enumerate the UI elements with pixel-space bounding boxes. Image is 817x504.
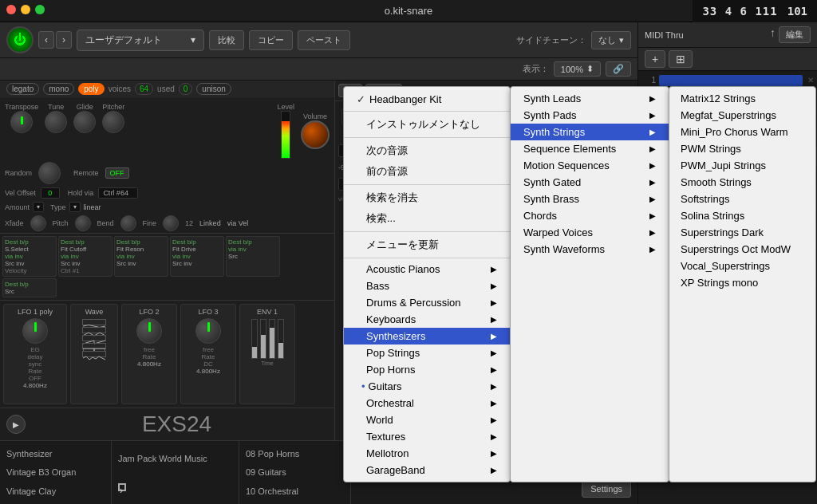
power-button[interactable]: ⏻ <box>6 26 34 53</box>
tune-knob[interactable] <box>45 111 67 133</box>
patch-pwm-strings[interactable]: PWM Strings <box>669 140 815 157</box>
lfo1-rate-knob[interactable] <box>22 318 48 344</box>
wave-triangle[interactable] <box>82 327 106 333</box>
minimize-btn[interactable] <box>21 5 30 14</box>
menu-item-synthesizers[interactable]: Synthesizers ▶ <box>344 328 510 345</box>
window-controls[interactable] <box>6 5 45 14</box>
release-slider[interactable] <box>278 319 284 359</box>
patch-matrix12[interactable]: Matrix12 Strings <box>669 90 815 107</box>
world-music-item[interactable]: Jam Pack World Music <box>118 454 207 463</box>
paste-button[interactable]: ペースト <box>298 30 350 50</box>
menu-item-mellotron[interactable]: Mellotron ▶ <box>344 445 510 462</box>
menu-item-drums[interactable]: Drums & Percussion ▶ <box>344 294 510 311</box>
edit-tracks-button[interactable]: 編集 <box>779 26 811 43</box>
wave-sine[interactable] <box>82 319 106 325</box>
mono-mode[interactable]: mono <box>43 83 74 95</box>
patch-smooth-strings[interactable]: Smooth Strings <box>669 174 815 191</box>
add-track-button[interactable]: + <box>645 50 665 68</box>
maximize-btn[interactable] <box>35 5 45 14</box>
sub1-sequence-elements[interactable]: Sequence Elements ▶ <box>511 140 669 157</box>
sub1-synth-brass[interactable]: Synth Brass ▶ <box>511 191 669 207</box>
lfo3-rate-knob[interactable] <box>195 318 221 344</box>
patch-megfat[interactable]: Megfat_Superstrings <box>669 107 815 124</box>
pitch-knob[interactable] <box>75 215 91 231</box>
patch-solina[interactable]: Solina Strings <box>669 207 815 224</box>
attack-slider[interactable] <box>251 319 258 359</box>
col2-arrow[interactable]: › <box>118 483 126 491</box>
nav-prev-button[interactable]: ‹ <box>38 31 54 49</box>
menu-item-refresh[interactable]: メニューを更新 <box>344 234 510 255</box>
random-knob[interactable] <box>38 162 61 184</box>
voices-count[interactable]: 64 <box>135 83 153 95</box>
sustain-slider[interactable] <box>269 319 275 359</box>
vel-offset-val[interactable]: 0 <box>41 187 60 199</box>
menu-item-no-inst[interactable]: インストゥルメントなし <box>344 114 510 135</box>
copy-button[interactable]: コピー <box>249 30 293 50</box>
guitars-item[interactable]: 09 Guitars <box>246 467 344 477</box>
menu-item-search[interactable]: 検索... <box>344 208 510 229</box>
menu-item-prev[interactable]: 前の音源 <box>344 161 510 182</box>
synth-item[interactable]: Synthesizer <box>6 449 105 459</box>
sub1-synth-strings[interactable]: Synth Strings ▶ <box>511 124 669 140</box>
glide-knob[interactable] <box>73 111 96 133</box>
menu-item-bass[interactable]: Bass ▶ <box>344 278 510 294</box>
wave-saw[interactable] <box>82 335 106 341</box>
legato-mode[interactable]: legato <box>6 83 39 95</box>
menu-item-next[interactable]: 次の音源 <box>344 140 510 161</box>
track-arrow-up[interactable]: ↑ <box>770 26 776 43</box>
remote-toggle[interactable]: OFF <box>105 167 129 179</box>
b3-item[interactable]: Vintage B3 Organ <box>6 467 105 477</box>
patch-xp-strings[interactable]: XP Strings mono <box>669 274 815 291</box>
transpose-knob[interactable] <box>10 111 33 133</box>
decay-slider[interactable] <box>260 319 266 359</box>
add2-track-button[interactable]: ⊞ <box>669 50 693 68</box>
sidechain-selector[interactable]: なし ▾ <box>591 31 631 49</box>
hold-via-val[interactable]: Ctrl #64 <box>98 187 138 199</box>
sub1-synth-waveforms[interactable]: Synth Waveforms ▶ <box>511 241 669 258</box>
preset-selector[interactable]: ユーザデフォルト ▾ <box>77 30 204 51</box>
play-button[interactable]: ▶ <box>6 415 26 434</box>
patch-superstrings-dark[interactable]: Superstrings Dark <box>669 224 815 241</box>
pitcher-knob[interactable] <box>102 111 124 133</box>
track-x-1[interactable]: ✕ <box>807 76 814 85</box>
settings-button[interactable]: Settings <box>582 480 631 498</box>
display-selector[interactable]: 100% ⬍ <box>554 61 601 77</box>
menu-item-clear-search[interactable]: 検索を消去 <box>344 187 510 208</box>
patch-pwm-jupi[interactable]: PWM_Jupi Strings <box>669 157 815 174</box>
nav-next-button[interactable]: › <box>56 31 72 49</box>
menu-item-garageband[interactable]: GarageBand ▶ <box>344 462 510 478</box>
level-meter[interactable] <box>281 111 290 159</box>
wave-square[interactable] <box>82 343 106 349</box>
menu-item-pop-horns[interactable]: Pop Horns ▶ <box>344 361 510 378</box>
menu-item-orchestral[interactable]: Orchestral ▶ <box>344 395 510 411</box>
sub1-synth-leads[interactable]: Synth Leads ▶ <box>511 90 669 107</box>
volume-knob[interactable] <box>301 120 330 149</box>
poly-mode[interactable]: poly <box>78 83 104 95</box>
close-btn[interactable] <box>6 5 16 14</box>
menu-item-keyboards[interactable]: Keyboards ▶ <box>344 311 510 328</box>
sub1-warped-voices[interactable]: Warped Voices ▶ <box>511 224 669 241</box>
menu-item-textures[interactable]: Textures ▶ <box>344 428 510 445</box>
menu-item-guitars[interactable]: •Guitars ▶ <box>344 378 510 395</box>
sub1-synth-gated[interactable]: Synth Gated ▶ <box>511 174 669 191</box>
fine-knob[interactable] <box>163 215 179 231</box>
xfade-knob[interactable] <box>30 215 46 231</box>
patch-vocal-superstrings[interactable]: Vocal_Superstrings <box>669 258 815 274</box>
used-count[interactable]: 0 <box>179 83 193 95</box>
patch-superstrings-oct[interactable]: Superstrings Oct ModW <box>669 241 815 258</box>
link-button[interactable]: 🔗 <box>606 61 631 77</box>
bend-knob[interactable] <box>120 215 136 231</box>
orchestral-item[interactable]: 10 Orchestral <box>246 486 344 496</box>
menu-item-acoustic[interactable]: Acoustic Pianos ▶ <box>344 261 510 278</box>
menu-item-pop-strings[interactable]: Pop Strings ▶ <box>344 345 510 361</box>
amount-selector[interactable]: ▾ <box>33 202 44 212</box>
menu-item-world[interactable]: World ▶ <box>344 411 510 428</box>
patch-mini-pro[interactable]: Mini_Pro Chorus Warm <box>669 124 815 140</box>
pophorns-item[interactable]: 08 Pop Horns <box>246 449 344 459</box>
lfo2-rate-knob[interactable] <box>136 318 162 344</box>
sub1-chords[interactable]: Chords ▶ <box>511 207 669 224</box>
sub1-motion-sequences[interactable]: Motion Sequences ▶ <box>511 157 669 174</box>
track-region-1[interactable] <box>659 75 803 86</box>
menu-item-headbanger[interactable]: ✓ Headbanger Kit <box>344 90 510 108</box>
compare-button[interactable]: 比較 <box>209 30 244 50</box>
